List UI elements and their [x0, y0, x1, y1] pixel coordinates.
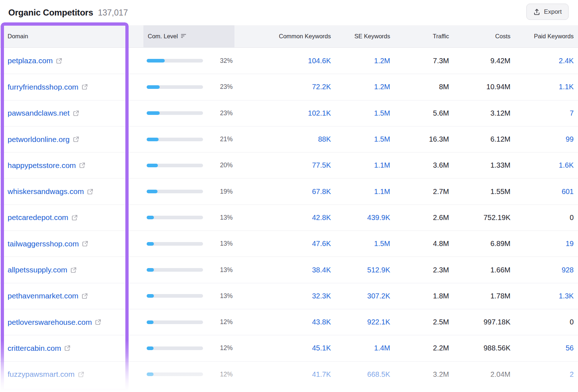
column-header-traffic[interactable]: Traffic: [390, 25, 449, 47]
se-keywords-value[interactable]: 1.2M: [374, 83, 390, 91]
column-header-paid-keywords[interactable]: Paid Keywords: [510, 25, 574, 47]
external-link-icon[interactable]: [64, 345, 70, 351]
column-header-com-level-label: Com. Level: [148, 33, 178, 40]
competition-level-percent: 20%: [220, 161, 233, 169]
common-keywords-value[interactable]: 41.7K: [312, 370, 331, 379]
export-button[interactable]: Export: [526, 4, 569, 20]
traffic-value: 2.7M: [433, 188, 449, 196]
common-keywords-value[interactable]: 72.2K: [312, 83, 331, 91]
se-keywords-value[interactable]: 1.4M: [374, 344, 390, 352]
traffic-value: 16.3M: [429, 135, 449, 143]
domain-link[interactable]: petplaza.com: [8, 56, 53, 65]
domain-link[interactable]: whiskersandwags.com: [8, 187, 84, 196]
domain-link[interactable]: tailwaggersshop.com: [8, 240, 79, 248]
common-keywords-value[interactable]: 43.8K: [312, 318, 331, 326]
competition-level-percent: 12%: [220, 344, 233, 352]
domain-link[interactable]: furryfriendsshop.com: [8, 83, 78, 91]
common-keywords-value[interactable]: 45.1K: [312, 344, 331, 352]
column-header-com-level[interactable]: Com. Level: [129, 25, 234, 47]
paid-keywords-value[interactable]: 7: [570, 109, 574, 117]
common-keywords-value[interactable]: 77.5K: [312, 161, 331, 169]
se-keywords-value[interactable]: 922.1K: [367, 318, 390, 326]
sort-descending-icon: [181, 33, 187, 40]
competition-level-bar: [147, 346, 203, 350]
se-keywords-value[interactable]: 1.2M: [374, 57, 390, 65]
competition-level-bar: [147, 216, 203, 219]
external-link-icon[interactable]: [56, 58, 62, 64]
column-header-common-keywords[interactable]: Common Keywords: [234, 25, 331, 47]
column-header-domain-label: Domain: [8, 33, 28, 40]
export-button-label: Export: [544, 8, 562, 16]
table-row: whiskersandwags.com 19% 67.8K 1.1M 2.7M …: [0, 178, 578, 204]
se-keywords-value[interactable]: 668.5K: [367, 370, 390, 379]
common-keywords-value[interactable]: 67.8K: [312, 188, 331, 196]
domain-link[interactable]: petloverswarehouse.com: [8, 318, 92, 327]
table-row: tailwaggersshop.com 13% 47.6K 1.5M 4.8M …: [0, 231, 578, 257]
paid-keywords-value[interactable]: 1.3K: [559, 292, 574, 300]
se-keywords-value[interactable]: 1.5M: [374, 135, 390, 143]
costs-value: 10.94M: [486, 83, 510, 91]
competition-level-percent: 13%: [220, 266, 233, 274]
external-link-icon[interactable]: [82, 241, 88, 247]
common-keywords-value[interactable]: 32.3K: [312, 292, 331, 300]
external-link-icon[interactable]: [82, 84, 88, 90]
column-header-se-keywords[interactable]: SE Keywords: [331, 25, 390, 47]
domain-link[interactable]: crittercabin.com: [8, 344, 61, 353]
column-header-se-keywords-label: SE Keywords: [354, 33, 390, 40]
domain-link[interactable]: petworldonline.org: [8, 135, 70, 144]
domain-link[interactable]: allpetssupply.com: [8, 266, 67, 274]
paid-keywords-value[interactable]: 56: [566, 344, 574, 352]
external-link-icon[interactable]: [73, 136, 79, 142]
se-keywords-value[interactable]: 439.9K: [367, 214, 390, 222]
competition-level-bar-fill: [147, 372, 154, 376]
external-link-icon[interactable]: [95, 319, 101, 325]
external-link-icon[interactable]: [79, 162, 85, 168]
column-header-domain[interactable]: Domain: [0, 25, 129, 47]
se-keywords-value[interactable]: 1.5M: [374, 109, 390, 117]
se-keywords-value[interactable]: 1.1M: [374, 161, 390, 169]
paid-keywords-value: 0: [570, 318, 574, 326]
common-keywords-value[interactable]: 47.6K: [312, 240, 331, 248]
external-link-icon[interactable]: [70, 267, 77, 273]
paid-keywords-value[interactable]: 601: [562, 188, 574, 196]
paid-keywords-value[interactable]: 2: [570, 370, 574, 379]
external-link-icon[interactable]: [73, 110, 79, 116]
costs-value: 988.56K: [483, 344, 510, 352]
domain-link[interactable]: fuzzypawsmart.com: [8, 370, 75, 379]
domain-link[interactable]: pawsandclaws.net: [8, 109, 70, 117]
paid-keywords-value[interactable]: 928: [562, 266, 574, 274]
se-keywords-value[interactable]: 1.5M: [374, 240, 390, 248]
traffic-value: 3.6M: [433, 161, 449, 169]
se-keywords-value[interactable]: 307.2K: [367, 292, 390, 300]
common-keywords-value[interactable]: 42.8K: [312, 214, 331, 222]
paid-keywords-value[interactable]: 1.6K: [559, 161, 574, 169]
table-header-row: Domain Com. Level Common Keywords SE Key…: [0, 25, 578, 48]
total-count: 137,017: [98, 8, 128, 18]
se-keywords-value[interactable]: 1.1M: [374, 188, 390, 196]
page-title: Organic Competitors: [8, 8, 93, 18]
column-header-costs[interactable]: Costs: [449, 25, 510, 47]
external-link-icon[interactable]: [82, 293, 88, 299]
common-keywords-value[interactable]: 102.1K: [308, 109, 331, 117]
se-keywords-value[interactable]: 512.9K: [367, 266, 390, 274]
common-keywords-value[interactable]: 104.6K: [308, 57, 331, 65]
costs-value: 1.66M: [490, 266, 510, 274]
competition-level-bar: [147, 294, 203, 298]
competition-level-percent: 12%: [220, 318, 233, 326]
external-link-icon[interactable]: [72, 215, 78, 221]
domain-link[interactable]: petcaredepot.com: [8, 213, 68, 222]
table-row: crittercabin.com 12% 45.1K 1.4M 2.2M 988…: [0, 335, 578, 361]
competition-level-bar: [147, 111, 203, 115]
paid-keywords-value[interactable]: 19: [566, 240, 574, 248]
common-keywords-value[interactable]: 38.4K: [312, 266, 331, 274]
paid-keywords-value[interactable]: 1.1K: [559, 83, 574, 91]
external-link-icon[interactable]: [87, 189, 93, 195]
common-keywords-value[interactable]: 88K: [318, 135, 331, 143]
paid-keywords-value[interactable]: 2.4K: [559, 57, 574, 65]
competition-level-bar-fill: [147, 59, 165, 63]
competition-level-bar-fill: [147, 320, 154, 324]
domain-link[interactable]: happypetsstore.com: [8, 161, 76, 170]
paid-keywords-value[interactable]: 99: [566, 135, 574, 143]
external-link-icon[interactable]: [78, 371, 84, 378]
domain-link[interactable]: pethavenmarket.com: [8, 292, 78, 300]
